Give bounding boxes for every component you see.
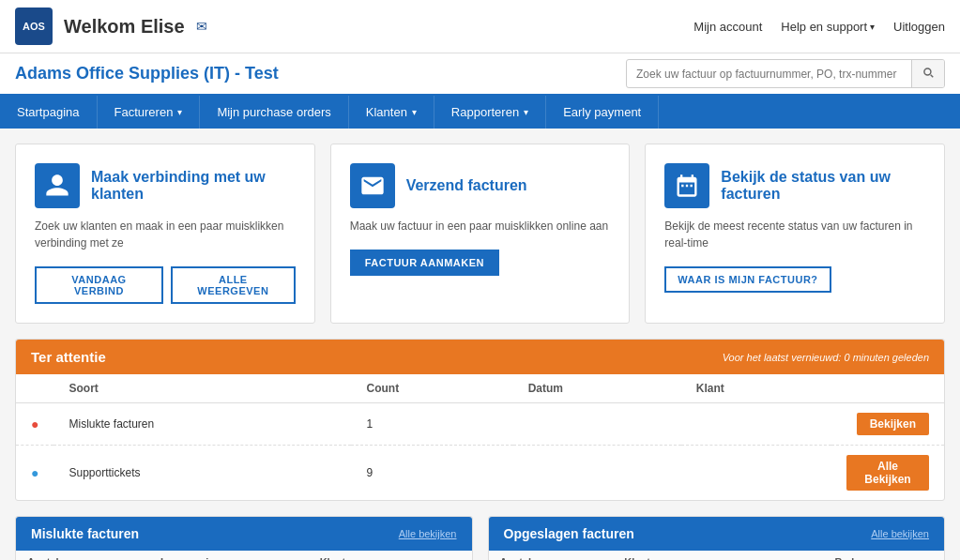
mf-col-klant: Klant	[309, 551, 472, 560]
vandaag-verbind-button[interactable]: VANDAAG VERBIND	[35, 266, 163, 304]
cards-row: Maak verbinding met uw klanten Zoek uw k…	[15, 144, 945, 324]
card-send: Verzend facturen Maak uw factuur in een …	[330, 144, 631, 324]
aos-logo: AOS	[15, 8, 53, 45]
opgeslagen-facturen-link[interactable]: Alle bekijken	[871, 528, 929, 539]
nav-rapporteren[interactable]: Rapporteren ▾	[434, 96, 546, 129]
ter-attentie-table: Soort Count Datum Klant ● Mislukte factu…	[16, 374, 944, 500]
col-dot	[16, 374, 53, 403]
welcome-text: Welkom Elise	[64, 16, 185, 38]
col-klant: Klant	[681, 374, 831, 403]
card-connect-buttons: VANDAAG VERBIND ALLE WEERGEVEN	[35, 266, 296, 304]
mislukte-facturen-title: Mislukte facturen	[31, 526, 139, 541]
ter-attentie-row-2: ● Supporttickets 9 Alle Bekijken	[16, 446, 944, 501]
waar-mijn-factuur-button[interactable]: WAAR IS MIJN FACTUUR?	[664, 266, 830, 293]
card-connect-title: Maak verbinding met uw klanten	[91, 169, 296, 203]
factureren-caret-icon: ▾	[177, 107, 182, 117]
search-button[interactable]	[911, 60, 944, 87]
action-mislukte: Bekijken	[831, 403, 944, 446]
klanten-caret-icon: ▾	[412, 107, 417, 117]
of-col-bedrag: Bedrag	[824, 551, 944, 560]
company-name: Adams Office Supplies (IT) - Test	[15, 64, 279, 83]
klant-support	[681, 446, 831, 501]
klant-mislukte	[681, 403, 831, 446]
col-soort: Soort	[53, 374, 351, 403]
soort-mislukte: Mislukte facturen	[53, 403, 351, 446]
mf-col-aantal: Aantal	[16, 551, 149, 560]
mislukte-facturen-table: Aantal Leverancier Klant ShuchitestPayme…	[16, 551, 472, 560]
factuur-aanmaken-button[interactable]: FACTUUR AANMAKEN	[350, 250, 499, 276]
sub-header: Adams Office Supplies (IT) - Test	[0, 53, 960, 96]
top-bar-left: AOS Welkom Elise ✉	[15, 8, 207, 45]
card-connect-icon	[35, 163, 80, 208]
of-col-klant: Klant	[613, 551, 823, 560]
mislukte-facturen-link[interactable]: Alle bekijken	[399, 528, 457, 539]
mijn-account-link[interactable]: Mijn account	[693, 20, 762, 34]
uitloggen-link[interactable]: Uitloggen	[893, 20, 945, 34]
datum-mislukte	[513, 403, 681, 446]
card-connect-header: Maak verbinding met uw klanten	[35, 163, 296, 208]
svg-rect-1	[374, 189, 379, 191]
col-action	[831, 374, 944, 403]
card-send-buttons: FACTUUR AANMAKEN	[350, 250, 611, 276]
col-datum: Datum	[513, 374, 681, 403]
card-send-header: Verzend facturen	[350, 163, 611, 208]
card-connect: Maak verbinding met uw klanten Zoek uw k…	[15, 144, 315, 324]
datum-support	[513, 446, 681, 501]
main-content: Maak verbinding met uw klanten Zoek uw k…	[0, 129, 960, 560]
ter-attentie-header: Ter attentie Voor het laatst vernieuwd: …	[16, 340, 944, 374]
ter-attentie-title: Ter attentie	[31, 349, 106, 365]
nav-klanten[interactable]: Klanten ▾	[349, 96, 434, 129]
opgeslagen-facturen-header: Opgeslagen facturen Alle bekijken	[489, 517, 945, 551]
card-status-icon	[664, 163, 709, 208]
help-support-link[interactable]: Help en support ▾	[781, 20, 875, 34]
ter-attentie-updated: Voor het laatst vernieuwd: 0 minuten gel…	[723, 352, 929, 363]
card-status-desc: Bekijk de meest recente status van uw fa…	[664, 218, 925, 251]
opgeslagen-facturen-card: Opgeslagen facturen Alle bekijken Aantal…	[488, 516, 946, 560]
opgeslagen-facturen-table: Aantal Klant Bedrag 121121 AAA168149359 …	[489, 551, 945, 560]
search-box	[626, 59, 945, 88]
bottom-row: Mislukte facturen Alle bekijken Aantal L…	[15, 516, 945, 560]
card-send-title: Verzend facturen	[406, 177, 527, 194]
col-count: Count	[351, 374, 512, 403]
top-bar-right: Mijn account Help en support ▾ Uitloggen	[693, 20, 945, 34]
card-send-icon	[350, 163, 395, 208]
card-status: Bekijk de status van uw facturen Bekijk …	[645, 144, 945, 324]
top-bar: AOS Welkom Elise ✉ Mijn account Help en …	[0, 0, 960, 53]
ter-attentie-row-1: ● Mislukte facturen 1 Bekijken	[16, 403, 944, 446]
of-col-aantal: Aantal	[489, 551, 614, 560]
alle-weergeven-button[interactable]: ALLE WEERGEVEN	[171, 266, 296, 304]
nav-purchase-orders[interactable]: Mijn purchase orders	[200, 96, 348, 129]
dot-blue: ●	[16, 446, 53, 501]
nav-bar: Startpagina Factureren ▾ Mijn purchase o…	[0, 96, 960, 129]
count-support: 9	[351, 446, 512, 501]
dot-red: ●	[16, 403, 53, 446]
mf-col-leverancier: Leverancier	[149, 551, 309, 560]
help-caret-icon: ▾	[870, 22, 875, 32]
nav-early-payment[interactable]: Early payment	[546, 96, 659, 129]
card-status-header: Bekijk de status van uw facturen	[664, 163, 925, 208]
nav-factureren[interactable]: Factureren ▾	[98, 96, 201, 129]
soort-support: Supporttickets	[53, 446, 351, 501]
card-send-desc: Maak uw factuur in een paar muisklikken …	[350, 218, 611, 235]
card-status-title: Bekijk de status van uw facturen	[721, 169, 925, 203]
rapporteren-caret-icon: ▾	[524, 107, 528, 117]
card-status-buttons: WAAR IS MIJN FACTUUR?	[664, 266, 925, 293]
svg-rect-0	[374, 187, 381, 189]
action-support: Alle Bekijken	[831, 446, 944, 501]
opgeslagen-facturen-title: Opgeslagen facturen	[504, 526, 634, 541]
bekijken-button[interactable]: Bekijken	[857, 413, 929, 435]
mail-icon[interactable]: ✉	[196, 19, 207, 34]
search-input[interactable]	[627, 63, 911, 85]
card-connect-desc: Zoek uw klanten en maak in een paar muis…	[35, 218, 296, 251]
ter-attentie-section: Ter attentie Voor het laatst vernieuwd: …	[15, 339, 945, 501]
mislukte-facturen-card: Mislukte facturen Alle bekijken Aantal L…	[15, 516, 473, 560]
mislukte-facturen-header: Mislukte facturen Alle bekijken	[16, 517, 472, 551]
alle-bekijken-button[interactable]: Alle Bekijken	[846, 455, 929, 491]
nav-startpagina[interactable]: Startpagina	[0, 96, 98, 129]
count-mislukte: 1	[351, 403, 512, 446]
